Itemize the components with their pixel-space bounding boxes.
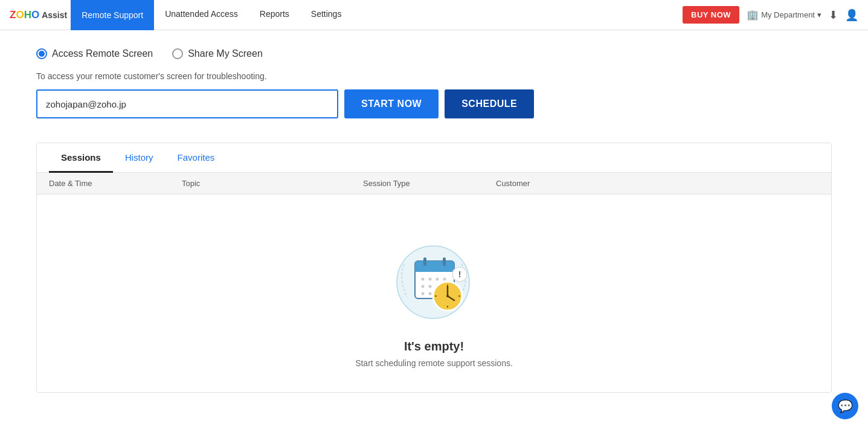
email-input[interactable] [36, 89, 338, 118]
table-header: Date & Time Topic Session Type Customer [37, 173, 831, 195]
svg-point-7 [428, 278, 431, 281]
download-icon[interactable]: ⬇ [829, 8, 838, 22]
svg-rect-4 [423, 257, 426, 266]
navbar: Z O H O Assist Remote Support Unattended… [0, 0, 868, 30]
sessions-panel: Sessions History Favorites Date & Time T… [36, 143, 832, 393]
svg-point-9 [443, 278, 446, 281]
svg-point-14 [421, 292, 424, 295]
empty-illustration: ! [386, 231, 483, 327]
department-label: My Department [761, 10, 815, 19]
tab-history[interactable]: History [113, 144, 166, 173]
svg-rect-5 [443, 257, 446, 266]
empty-state-subtitle: Start scheduling remote support sessions… [355, 358, 513, 368]
user-icon[interactable]: 👤 [845, 8, 858, 22]
nav-tab-remote-support[interactable]: Remote Support [71, 0, 154, 30]
svg-rect-3 [415, 267, 454, 272]
department-icon: 🏢 [747, 9, 759, 21]
col-header-topic: Topic [182, 179, 363, 188]
tab-sessions[interactable]: Sessions [49, 144, 113, 173]
main-content: Access Remote Screen Share My Screen To … [0, 30, 868, 429]
nav-tab-unattended-access[interactable]: Unattended Access [154, 0, 249, 30]
svg-point-8 [436, 278, 439, 281]
input-row: START NOW SCHEDULE [36, 89, 832, 118]
radio-group: Access Remote Screen Share My Screen [36, 48, 832, 59]
svg-point-11 [428, 285, 431, 288]
sessions-tabs: Sessions History Favorites [37, 143, 831, 173]
chat-icon: 💬 [838, 399, 853, 413]
logo-assist-text: Assist [42, 10, 67, 20]
description-text: To access your remote customer's screen … [36, 71, 832, 81]
radio-share-screen-circle [172, 48, 183, 59]
col-header-session-type: Session Type [363, 179, 496, 188]
radio-access-remote[interactable]: Access Remote Screen [36, 48, 153, 59]
buy-now-button[interactable]: BUY NOW [683, 6, 739, 24]
col-header-date-time: Date & Time [49, 179, 182, 188]
empty-state: ! It's empty! Start scheduling remote su… [37, 195, 831, 392]
svg-point-15 [428, 292, 431, 295]
svg-point-10 [421, 285, 424, 288]
department-selector[interactable]: 🏢 My Department ▾ [747, 9, 821, 21]
tab-favorites[interactable]: Favorites [166, 144, 227, 173]
schedule-button[interactable]: SCHEDULE [445, 89, 534, 118]
svg-text:!: ! [458, 269, 461, 279]
radio-access-remote-label: Access Remote Screen [52, 48, 153, 59]
logo-letter-o2: O [31, 9, 39, 21]
chevron-down-icon: ▾ [817, 10, 821, 19]
logo-letter-o1: O [16, 9, 24, 21]
radio-access-remote-circle [36, 48, 47, 59]
empty-state-title: It's empty! [404, 340, 464, 353]
nav-tabs: Remote Support Unattended Access Reports… [71, 0, 352, 30]
nav-tab-reports[interactable]: Reports [249, 0, 300, 30]
logo-letter-h: H [24, 9, 31, 21]
radio-share-screen-label: Share My Screen [188, 48, 263, 59]
col-header-customer: Customer [496, 179, 819, 188]
zoho-assist-logo: Z O H O Assist [10, 9, 67, 21]
logo-letter-z: Z [10, 9, 16, 21]
chat-button[interactable]: 💬 [832, 393, 858, 419]
svg-point-6 [421, 278, 424, 281]
nav-tab-settings[interactable]: Settings [300, 0, 353, 30]
navbar-right: BUY NOW 🏢 My Department ▾ ⬇ 👤 [683, 6, 858, 24]
radio-share-screen[interactable]: Share My Screen [172, 48, 263, 59]
start-now-button[interactable]: START NOW [344, 89, 439, 118]
